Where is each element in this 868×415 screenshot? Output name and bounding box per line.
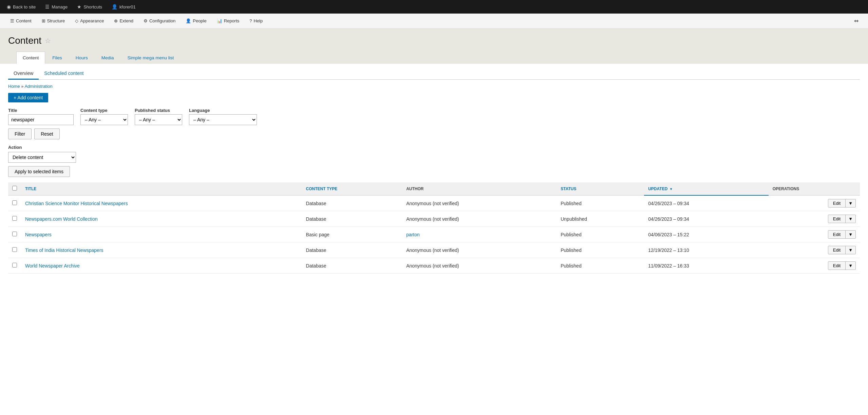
- row-author-cell: Anonymous (not verified): [402, 242, 556, 258]
- status-column-header[interactable]: STATUS: [556, 182, 644, 195]
- row-title-link[interactable]: World Newspaper Archive: [25, 263, 80, 269]
- edit-button[interactable]: Edit: [828, 199, 846, 207]
- nav-extend[interactable]: ⊕ Extend: [109, 14, 138, 28]
- row-checkbox-0[interactable]: [12, 200, 17, 205]
- apply-to-selected-button[interactable]: Apply to selected items: [8, 166, 70, 177]
- edit-dropdown-button[interactable]: ▼: [846, 246, 855, 254]
- table-row: Times of India Historical Newspapers Dat…: [8, 242, 860, 258]
- row-title-cell: Times of India Historical Newspapers: [21, 242, 302, 258]
- action-section: Action Delete content Publish content Un…: [8, 145, 860, 177]
- manage-menu-item[interactable]: ☰ Manage: [41, 0, 72, 14]
- nav-people[interactable]: 👤 People: [181, 14, 211, 28]
- secondary-nav: ☰ Content ⊞ Structure ◇ Appearance ⊕ Ext…: [0, 14, 868, 28]
- favorite-icon[interactable]: ☆: [45, 37, 51, 45]
- add-content-button[interactable]: + Add content: [8, 93, 48, 102]
- row-checkbox-cell: [8, 258, 21, 274]
- action-select[interactable]: Delete content Publish content Unpublish…: [8, 152, 76, 163]
- reports-nav-label: Reports: [224, 18, 240, 23]
- content-nav-icon: ☰: [10, 18, 14, 23]
- filter-row: Title Content type – Any – Basic page Da…: [8, 108, 860, 125]
- published-status-select[interactable]: – Any – Published Unpublished: [135, 114, 182, 125]
- user-menu-item[interactable]: 👤 kforer01: [108, 0, 140, 14]
- back-to-site-label: Back to site: [13, 4, 36, 9]
- nav-right: ⇔: [850, 18, 863, 24]
- content-table: TITLE CONTENT TYPE AUTHOR STATUS UPDATED…: [8, 182, 860, 274]
- back-to-site-link[interactable]: ◉ Back to site: [3, 0, 40, 14]
- action-row: Delete content Publish content Unpublish…: [8, 152, 860, 163]
- edit-dropdown-button[interactable]: ▼: [846, 215, 855, 223]
- structure-nav-icon: ⊞: [42, 18, 45, 23]
- row-operations-cell: Edit ▼: [769, 211, 860, 227]
- edit-button-group: Edit ▼: [828, 246, 856, 254]
- configuration-nav-icon: ⚙: [144, 18, 148, 23]
- row-checkbox-2[interactable]: [12, 232, 17, 236]
- extend-nav-label: Extend: [119, 18, 133, 23]
- edit-dropdown-button[interactable]: ▼: [846, 231, 855, 238]
- title-filter-group: Title: [8, 108, 74, 125]
- edit-button[interactable]: Edit: [828, 215, 846, 223]
- edit-button-group: Edit ▼: [828, 215, 856, 223]
- row-title-link[interactable]: Christian Science Monitor Historical New…: [25, 201, 128, 206]
- reset-button[interactable]: Reset: [34, 129, 60, 139]
- settings-icon[interactable]: ⇔: [850, 18, 863, 24]
- content-type-column-header[interactable]: CONTENT TYPE: [302, 182, 402, 195]
- page-header: Content ☆ Content Files Hours Media Simp…: [0, 28, 868, 64]
- edit-dropdown-button[interactable]: ▼: [846, 199, 855, 207]
- nav-help[interactable]: ? Help: [245, 14, 267, 28]
- title-column-header[interactable]: TITLE: [21, 182, 302, 195]
- nav-appearance[interactable]: ◇ Appearance: [70, 14, 109, 28]
- breadcrumb-separator: »: [21, 84, 23, 89]
- extend-nav-icon: ⊕: [114, 18, 118, 23]
- row-author-text: Anonymous (not verified): [406, 216, 459, 222]
- tab-overview[interactable]: Overview: [8, 68, 39, 80]
- row-author-cell: parton: [402, 227, 556, 242]
- updated-column-header[interactable]: UPDATED ▼: [644, 182, 769, 195]
- row-checkbox-3[interactable]: [12, 247, 17, 252]
- filter-button[interactable]: Filter: [8, 129, 32, 139]
- tab-scheduled-content[interactable]: Scheduled content: [39, 68, 89, 80]
- tab-hours[interactable]: Hours: [69, 52, 94, 64]
- breadcrumb-admin[interactable]: Administration: [24, 84, 52, 89]
- row-title-link[interactable]: Newspapers: [25, 232, 52, 237]
- nav-configuration[interactable]: ⚙ Configuration: [139, 14, 180, 28]
- row-operations-cell: Edit ▼: [769, 227, 860, 242]
- title-filter-input[interactable]: [8, 114, 74, 125]
- row-updated-cell: 04/26/2023 – 09:34: [644, 195, 769, 211]
- tab-content[interactable]: Content: [16, 52, 45, 64]
- row-checkbox-4[interactable]: [12, 263, 17, 268]
- edit-button[interactable]: Edit: [828, 246, 846, 254]
- row-author-text: Anonymous (not verified): [406, 248, 459, 253]
- row-checkbox-1[interactable]: [12, 216, 17, 221]
- shortcuts-menu-item[interactable]: ★ Shortcuts: [73, 0, 106, 14]
- table-row: World Newspaper Archive Database Anonymo…: [8, 258, 860, 274]
- breadcrumb-home[interactable]: Home: [8, 84, 20, 89]
- row-author-cell: Anonymous (not verified): [402, 258, 556, 274]
- row-checkbox-cell: [8, 242, 21, 258]
- edit-button[interactable]: Edit: [828, 231, 846, 238]
- published-status-filter-group: Published status – Any – Published Unpub…: [135, 108, 182, 125]
- main-content: Overview Scheduled content Home » Admini…: [0, 64, 868, 282]
- row-title-cell: Christian Science Monitor Historical New…: [21, 195, 302, 211]
- edit-button[interactable]: Edit: [828, 262, 846, 270]
- edit-dropdown-button[interactable]: ▼: [846, 262, 855, 270]
- language-select[interactable]: – Any – English Spanish: [189, 114, 257, 125]
- nav-content[interactable]: ☰ Content: [5, 14, 36, 28]
- row-status-cell: Unpublished: [556, 211, 644, 227]
- nav-structure[interactable]: ⊞ Structure: [37, 14, 70, 28]
- select-all-checkbox[interactable]: [12, 186, 17, 191]
- row-author-link[interactable]: parton: [406, 232, 420, 237]
- tab-simple-mega-menu-list[interactable]: Simple mega menu list: [121, 52, 181, 64]
- content-nav-label: Content: [16, 18, 32, 23]
- row-author-text: Anonymous (not verified): [406, 263, 459, 269]
- edit-button-group: Edit ▼: [828, 199, 856, 208]
- row-title-link[interactable]: Times of India Historical Newspapers: [25, 248, 103, 253]
- tab-files[interactable]: Files: [46, 52, 69, 64]
- tab-media[interactable]: Media: [95, 52, 120, 64]
- language-label: Language: [189, 108, 257, 113]
- row-status-cell: Published: [556, 227, 644, 242]
- filter-buttons: Filter Reset: [8, 129, 860, 139]
- content-type-label: Content type: [80, 108, 128, 113]
- row-title-link[interactable]: Newspapers.com World Collection: [25, 216, 98, 222]
- content-type-select[interactable]: – Any – Basic page Database: [80, 114, 128, 125]
- nav-reports[interactable]: 📊 Reports: [212, 14, 244, 28]
